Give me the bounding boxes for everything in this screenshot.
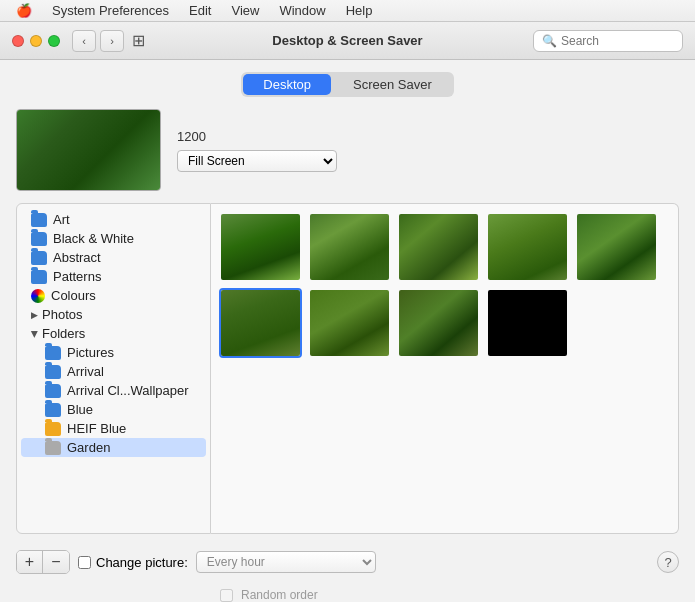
sidebar-item-colours[interactable]: Colours <box>21 286 206 305</box>
sidebar-label-arrival-cl: Arrival Cl...Wallpaper <box>67 383 189 398</box>
search-box[interactable]: 🔍 <box>533 30 683 52</box>
sidebar-label-photos: Photos <box>42 307 82 322</box>
preview-row: 1200 Fill Screen Stretch Fit Center Tile <box>16 105 679 195</box>
tab-screen-saver[interactable]: Screen Saver <box>333 74 452 95</box>
window-body: Desktop Screen Saver 1200 Fill Screen St… <box>0 60 695 602</box>
search-input[interactable] <box>561 34 674 48</box>
thumb-image-black <box>488 290 567 356</box>
sidebar-label-art: Art <box>53 212 70 227</box>
thumbnail-5[interactable] <box>575 212 658 282</box>
thumbnail-6[interactable] <box>219 288 302 358</box>
grid-button[interactable]: ⊞ <box>132 31 145 50</box>
triangle-icon: ▶ <box>31 310 38 320</box>
sidebar-label-abstract: Abstract <box>53 250 101 265</box>
folder-icon <box>45 365 61 379</box>
bottom-controls: + − Change picture: Every 5 seconds Ever… <box>16 542 679 580</box>
folder-icon <box>45 422 61 436</box>
sidebar-label-garden: Garden <box>67 440 110 455</box>
window-title: Desktop & Screen Saver <box>272 33 422 48</box>
close-button[interactable] <box>12 35 24 47</box>
menu-item-view[interactable]: View <box>223 2 267 19</box>
thumb-image-3 <box>399 214 478 280</box>
search-icon: 🔍 <box>542 34 557 48</box>
thumb-image-7 <box>310 290 389 356</box>
nav-buttons: ‹ › <box>72 30 124 52</box>
random-order-row: Random order <box>220 588 679 602</box>
thumb-image-6 <box>221 290 300 356</box>
tab-row: Desktop Screen Saver <box>0 60 695 105</box>
change-interval-select[interactable]: Every 5 seconds Every minute Every 5 min… <box>196 551 376 573</box>
back-button[interactable]: ‹ <box>72 30 96 52</box>
random-order-label: Random order <box>241 588 318 602</box>
change-picture-row: Change picture: <box>78 555 188 570</box>
thumbnail-2[interactable] <box>308 212 391 282</box>
sidebar-item-blue[interactable]: Blue <box>21 400 206 419</box>
sidebar-item-garden[interactable]: Garden <box>21 438 206 457</box>
thumb-image-1 <box>221 214 300 280</box>
random-order-checkbox[interactable] <box>220 589 233 602</box>
folder-icon <box>31 270 47 284</box>
add-folder-button[interactable]: + <box>17 551 43 573</box>
menu-item-window[interactable]: Window <box>271 2 333 19</box>
thumb-image-5 <box>577 214 656 280</box>
preview-thumbnail <box>16 109 161 191</box>
help-button[interactable]: ? <box>657 551 679 573</box>
thumbnail-3[interactable] <box>397 212 480 282</box>
change-picture-label: Change picture: <box>96 555 188 570</box>
sidebar-item-arrival-cl[interactable]: Arrival Cl...Wallpaper <box>21 381 206 400</box>
sidebar-label-bw: Black & White <box>53 231 134 246</box>
thumbnail-7[interactable] <box>308 288 391 358</box>
forward-button[interactable]: › <box>100 30 124 52</box>
resolution-label: 1200 <box>177 129 337 144</box>
preview-image <box>17 110 160 190</box>
folder-icon <box>31 213 47 227</box>
thumbnail-4[interactable] <box>486 212 569 282</box>
add-remove-buttons: + − <box>16 550 70 574</box>
sidebar-label-patterns: Patterns <box>53 269 101 284</box>
triangle-open-icon: ▶ <box>30 330 40 337</box>
thumbnail-black[interactable] <box>486 288 569 358</box>
titlebar: ‹ › ⊞ Desktop & Screen Saver 🔍 <box>0 22 695 60</box>
menubar: 🍎 System Preferences Edit View Window He… <box>0 0 695 22</box>
sidebar-label-arrival: Arrival <box>67 364 104 379</box>
minimize-button[interactable] <box>30 35 42 47</box>
thumbnail-8[interactable] <box>397 288 480 358</box>
sidebar-item-patterns[interactable]: Patterns <box>21 267 206 286</box>
menu-item-system-prefs[interactable]: System Preferences <box>44 2 177 19</box>
folder-icon <box>31 251 47 265</box>
segmented-control: Desktop Screen Saver <box>241 72 453 97</box>
folder-icon <box>31 232 47 246</box>
sidebar-item-heif-blue[interactable]: HEIF Blue <box>21 419 206 438</box>
sidebar-label-folders: Folders <box>42 326 85 341</box>
thumb-image-4 <box>488 214 567 280</box>
fill-screen-select[interactable]: Fill Screen Stretch Fit Center Tile <box>177 150 337 172</box>
sidebar-label-colours: Colours <box>51 288 96 303</box>
sidebar-item-arrival[interactable]: Arrival <box>21 362 206 381</box>
sidebar-item-abstract[interactable]: Abstract <box>21 248 206 267</box>
maximize-button[interactable] <box>48 35 60 47</box>
apple-menu-item[interactable]: 🍎 <box>8 2 40 19</box>
thumbnail-1[interactable] <box>219 212 302 282</box>
sidebar-label-pictures: Pictures <box>67 345 114 360</box>
folder-icon <box>45 403 61 417</box>
sidebar-item-black-white[interactable]: Black & White <box>21 229 206 248</box>
sidebar-item-pictures[interactable]: Pictures <box>21 343 206 362</box>
remove-folder-button[interactable]: − <box>43 551 69 573</box>
sidebar-photos-header[interactable]: ▶ Photos <box>21 305 206 324</box>
sidebar-label-heif-blue: HEIF Blue <box>67 421 126 436</box>
thumb-image-2 <box>310 214 389 280</box>
menu-item-help[interactable]: Help <box>338 2 381 19</box>
content-area: 1200 Fill Screen Stretch Fit Center Tile <box>0 105 695 602</box>
tab-desktop[interactable]: Desktop <box>243 74 331 95</box>
change-picture-checkbox[interactable] <box>78 556 91 569</box>
sidebar-item-art[interactable]: Art <box>21 210 206 229</box>
thumbnail-grid <box>211 203 679 534</box>
preview-info: 1200 Fill Screen Stretch Fit Center Tile <box>177 129 337 172</box>
folder-icon <box>45 346 61 360</box>
folder-icon <box>45 441 61 455</box>
fill-select-row: Fill Screen Stretch Fit Center Tile <box>177 150 337 172</box>
menu-item-edit[interactable]: Edit <box>181 2 219 19</box>
folder-icon <box>45 384 61 398</box>
sidebar-folders-header[interactable]: ▶ Folders <box>21 324 206 343</box>
thumb-image-8 <box>399 290 478 356</box>
